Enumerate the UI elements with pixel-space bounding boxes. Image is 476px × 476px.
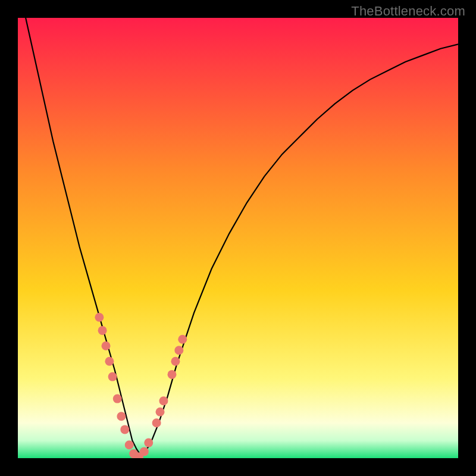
gradient-background (18, 18, 458, 458)
marker-point (140, 447, 149, 456)
marker-point (152, 418, 161, 427)
marker-point (159, 396, 168, 405)
marker-point (102, 342, 111, 350)
marker-point (120, 425, 129, 434)
marker-point (113, 394, 122, 403)
marker-point (125, 440, 134, 449)
watermark-text: TheBottleneck.com (351, 4, 465, 19)
marker-point (95, 313, 104, 322)
marker-point (178, 335, 187, 344)
plot-area (18, 18, 458, 458)
marker-point (108, 372, 117, 381)
marker-point (174, 346, 183, 355)
marker-point (156, 408, 165, 416)
chart-frame: TheBottleneck.com (0, 0, 476, 476)
marker-point (144, 439, 153, 447)
marker-point (171, 357, 180, 366)
marker-point (98, 326, 107, 335)
marker-point (105, 357, 114, 366)
marker-point (168, 370, 177, 379)
marker-point (117, 412, 126, 421)
plot-svg (18, 18, 458, 458)
